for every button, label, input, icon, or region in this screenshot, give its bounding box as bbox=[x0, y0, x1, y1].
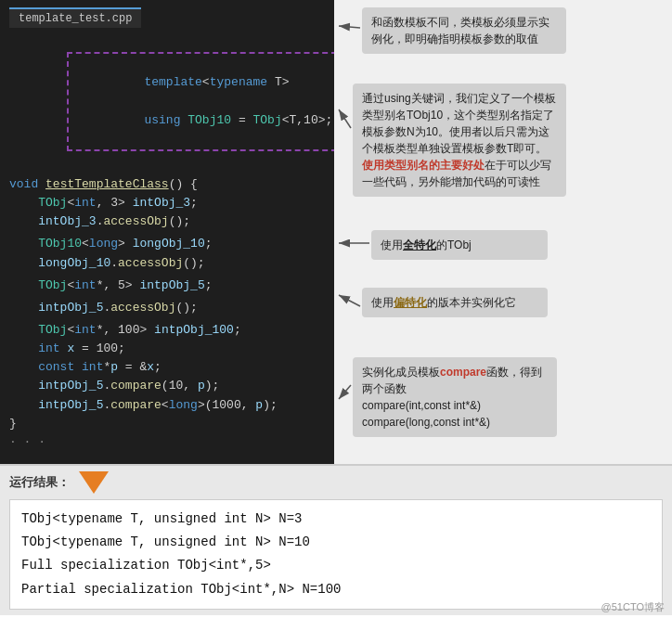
svg-line-4 bbox=[339, 295, 360, 306]
top-area: template_test.cpp template<typename T> u… bbox=[0, 0, 672, 464]
result-line-4: Partial specialization TObj<int*,N> N=10… bbox=[21, 578, 651, 601]
results-label: 运行结果： bbox=[9, 474, 70, 491]
app-container: template_test.cpp template<typename T> u… bbox=[0, 0, 672, 618]
watermark: @51CTO博客 bbox=[601, 600, 665, 614]
svg-line-2 bbox=[339, 109, 351, 128]
arrow-down-icon bbox=[79, 471, 109, 494]
results-area: 运行结果： TObj<typename T, unsigned int N> N… bbox=[0, 464, 672, 615]
code-line-1: template<typename T> using TObj10 = TObj… bbox=[9, 33, 325, 170]
code-line-13: intpObj_5.accessObj(); bbox=[9, 299, 325, 317]
code-line-18: intpObj_5.compare(10, p); bbox=[9, 377, 325, 395]
code-line-17: const int*p = &x; bbox=[9, 358, 325, 377]
bubble-3: 使用全特化的TObj bbox=[371, 230, 548, 260]
code-line-21: · · · bbox=[9, 433, 325, 452]
bubble-5: 实例化成员模板compare函数，得到两个函数 compare(int,cons… bbox=[353, 357, 557, 437]
code-panel: template_test.cpp template<typename T> u… bbox=[0, 0, 334, 464]
bubble-4: 使用偏特化的版本并实例化它 bbox=[362, 288, 548, 317]
svg-line-5 bbox=[339, 385, 351, 399]
result-line-3: Full specialization TObj<int*,5> bbox=[21, 554, 651, 577]
annotations-panel: 和函数模板不同，类模板必须显示实例化，即明确指明模板参数的取值 通过using关… bbox=[334, 0, 672, 464]
code-line-15: TObj<int*, 100> intpObj_100; bbox=[9, 321, 325, 340]
code-line-16: int x = 100; bbox=[9, 340, 325, 358]
bubble-1: 和函数模板不同，类模板必须显示实例化，即明确指明模板参数的取值 bbox=[362, 7, 566, 54]
code-line-9: longObj_10.accessObj(); bbox=[9, 254, 325, 273]
bubble-2: 通过using关键词，我们定义了一个模板类型别名TObj10，这个类型别名指定了… bbox=[353, 84, 566, 197]
results-label-row: 运行结果： bbox=[9, 471, 663, 494]
code-line-8: TObj10<long> longObj_10; bbox=[9, 235, 325, 253]
code-line-11: TObj<int*, 5> intpObj_5; bbox=[9, 277, 325, 295]
code-line-4: void testTemplateClass() { bbox=[9, 175, 325, 194]
code-line-19: intpObj_5.compare<long>(1000, p); bbox=[9, 396, 325, 415]
svg-line-1 bbox=[339, 26, 360, 28]
code-line-20: } bbox=[9, 415, 325, 433]
results-output: TObj<typename T, unsigned int N> N=3 TOb… bbox=[9, 499, 663, 610]
result-line-2: TObj<typename T, unsigned int N> N=10 bbox=[21, 531, 651, 554]
code-line-5: TObj<int, 3> intObj_3; bbox=[9, 194, 325, 212]
result-line-1: TObj<typename T, unsigned int N> N=3 bbox=[21, 508, 651, 531]
code-line-6: intObj_3.accessObj(); bbox=[9, 212, 325, 231]
code-tab: template_test.cpp bbox=[9, 7, 141, 28]
